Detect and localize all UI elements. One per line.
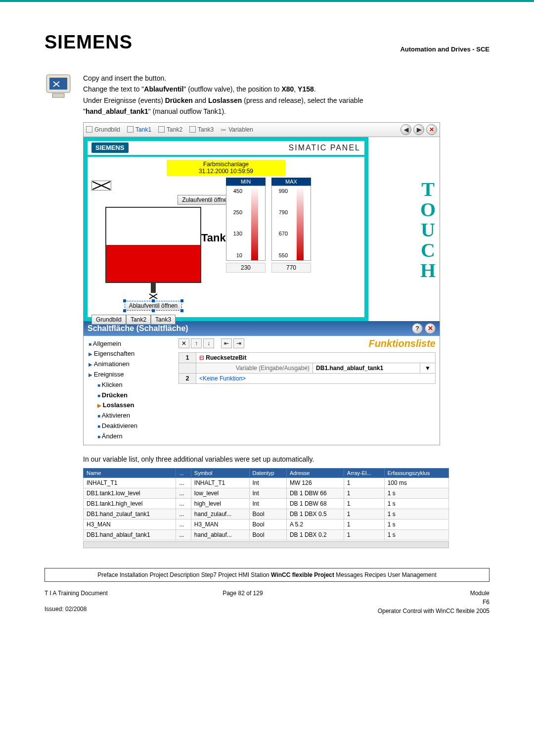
help-icon[interactable]: ? xyxy=(412,323,423,334)
tab-variablen[interactable]: ≔Variablen xyxy=(221,126,253,133)
property-tree[interactable]: Allgemein Eigenschaften Animationen Erei… xyxy=(84,336,175,445)
nav-prev-icon[interactable]: ◀ xyxy=(400,124,411,135)
tool-delete-icon[interactable]: ✕ xyxy=(178,338,189,348)
tree-aktivieren: Aktivieren xyxy=(97,411,173,421)
header-subtitle: Automation and Drives - SCE xyxy=(400,46,490,53)
min-value[interactable]: 230 xyxy=(226,263,266,273)
hmi-panel: SIEMENS SIMATIC PANEL Farbmischanlage 31… xyxy=(84,137,368,321)
siemens-badge: SIEMENS xyxy=(91,142,129,153)
ablauf-button-selected[interactable]: Ablaufventil öffnen xyxy=(125,301,182,311)
tree-aendern: Ändern xyxy=(97,431,173,442)
tab-grundbild[interactable]: Grundbild xyxy=(86,126,120,133)
max-bargraph: MAX 990 790 670 550 xyxy=(271,178,311,325)
variable-table[interactable]: Name...SymbolDatentypAdresseArray-El...E… xyxy=(83,468,449,540)
tree-animationen: Animationen xyxy=(89,359,173,370)
tree-loslassen: Loslassen xyxy=(97,400,173,411)
tree-klicken: Klicken xyxy=(97,380,173,390)
siemens-logo: SIEMENS xyxy=(44,32,133,53)
tree-ereignisse: Ereignisse xyxy=(89,370,173,380)
nav-tank2[interactable]: Tank2 xyxy=(126,315,151,325)
tool-indent-icon[interactable]: ⇥ xyxy=(233,338,244,348)
min-bargraph: MIN 450 250 130 10 xyxy=(226,178,266,325)
dropdown-icon[interactable]: ▼ xyxy=(420,363,436,373)
tree-druecken: Drücken xyxy=(97,390,173,401)
tool-up-icon[interactable]: ↑ xyxy=(191,338,202,348)
footer-nav: Preface Installation Project Description… xyxy=(44,568,490,582)
tank-graphic: Tank 1 xyxy=(105,207,201,283)
paragraph-2: In our variable list, only three additio… xyxy=(83,455,490,463)
inlet-valve-icon xyxy=(91,181,111,190)
nav-grundbild[interactable]: Grundbild xyxy=(91,315,126,325)
horizontal-scrollbar[interactable] xyxy=(83,541,449,548)
tab-tank2[interactable]: Tank2 xyxy=(158,126,182,133)
footer-meta: T I A Training Document Issued: 02/2008 … xyxy=(44,589,490,615)
tree-eigenschaften: Eigenschaften xyxy=(89,349,173,359)
tree-deaktivieren: Deaktivieren xyxy=(97,421,173,431)
max-value[interactable]: 770 xyxy=(271,263,311,273)
nav-next-icon[interactable]: ▶ xyxy=(413,124,424,135)
editor-tab-bar: Grundbild Tank1 Tank2 Tank3 ≔Variablen ◀… xyxy=(84,123,440,137)
simatic-label: SIMATIC PANEL xyxy=(289,143,360,152)
touch-label: TOUCH xyxy=(368,137,440,321)
tab-tank1[interactable]: Tank1 xyxy=(127,126,151,133)
function-list-table[interactable]: 1 ⊟ RuecksetzeBit Variable (Eingabe/Ausg… xyxy=(178,352,436,384)
instruction-text: Copy and insert the button. Change the t… xyxy=(83,73,363,117)
tree-allgemein: Allgemein xyxy=(89,339,173,349)
monitor-icon xyxy=(44,73,74,100)
wincc-screenshot: Grundbild Tank1 Tank2 Tank3 ≔Variablen ◀… xyxy=(83,122,440,445)
tab-tank3[interactable]: Tank3 xyxy=(189,126,214,133)
funktionsliste-heading: Funktionsliste xyxy=(368,338,436,349)
tool-down-icon[interactable]: ↓ xyxy=(203,338,214,348)
tool-outdent-icon[interactable]: ⇤ xyxy=(221,338,232,348)
svg-rect-1 xyxy=(49,78,67,90)
title-bar: Farbmischanlage 31.12.2000 10:59:59 xyxy=(167,160,285,176)
nav-tank3[interactable]: Tank3 xyxy=(151,315,176,325)
close-icon[interactable]: ✕ xyxy=(426,124,437,135)
outlet-valve-icon xyxy=(148,293,158,300)
svg-rect-2 xyxy=(52,94,64,97)
close-prop-icon[interactable]: ✕ xyxy=(425,323,436,334)
